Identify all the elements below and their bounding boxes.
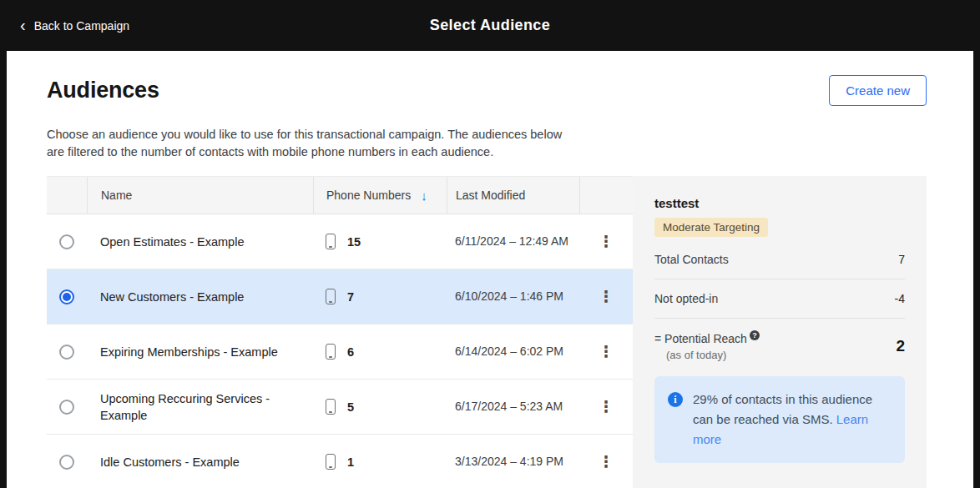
table-row[interactable]: Open Estimates - Example 15 6/11/2024 – … [47,214,633,269]
last-modified-value: 6/11/2024 – 12:49 AM [447,214,579,269]
last-modified-value: 6/14/2024 – 6:02 PM [447,324,579,379]
radio-column-header [47,177,87,214]
audience-radio[interactable] [59,234,74,249]
kebab-menu-icon[interactable]: ⋮ [592,450,621,473]
mobile-phone-icon [326,344,336,360]
audience-radio[interactable] [59,289,74,304]
name-column-label: Name [101,189,132,202]
kebab-menu-icon[interactable]: ⋮ [592,395,621,418]
phone-numbers-count: 15 [347,235,361,249]
phone-numbers-count: 5 [347,400,354,414]
table-row[interactable]: Upcoming Reccuring Services - Example 5 … [47,380,633,435]
last-modified-column-header[interactable]: Last Modified [447,177,579,214]
audiences-description: Choose an audience you would like to use… [47,126,568,161]
menu-column-header [579,177,633,214]
audience-name: Idle Customers - Example [87,435,313,488]
mobile-phone-icon [326,234,336,249]
mobile-phone-icon [326,399,336,415]
last-modified-value: 3/13/2024 – 4:19 PM [447,435,579,488]
potential-reach-value: 2 [896,337,905,355]
table-row[interactable]: Expiring Memberships - Example 6 6/14/20… [47,324,633,380]
audience-radio[interactable] [59,345,74,360]
help-icon[interactable]: ? [750,330,760,340]
table-header-row: Name Phone Numbers ↓ Last Modified [47,176,633,214]
targeting-badge: Moderate Targeting [654,218,768,237]
phone-numbers-column-header[interactable]: Phone Numbers ↓ [313,177,447,214]
not-opted-in-value: -4 [895,292,905,305]
not-opted-in-row: Not opted-in -4 [654,279,905,319]
total-contacts-row: Total Contacts 7 [654,240,905,279]
audience-radio[interactable] [59,400,74,415]
info-icon: i [668,392,683,407]
phone-numbers-count: 7 [347,290,354,304]
audience-name: Open Estimates - Example [87,214,313,269]
kebab-menu-icon[interactable]: ⋮ [592,340,621,363]
audience-name: Expiring Memberships - Example [87,324,313,379]
potential-reach-label: = Potential Reach [654,332,747,345]
kebab-menu-icon[interactable]: ⋮ [592,230,621,253]
not-opted-in-label: Not opted-in [654,292,718,305]
top-bar: ‹ Back to Campaign Select Audience [0,0,980,51]
last-modified-value: 6/17/2024 – 5:23 AM [447,380,579,434]
table-row[interactable]: Idle Customers - Example 1 3/13/2024 – 4… [47,435,633,488]
potential-reach-subtext: (as of today) [654,349,760,361]
potential-reach-row: = Potential Reach? (as of today) 2 [654,319,905,361]
audience-name-title: testtest [654,196,905,210]
table-row[interactable]: New Customers - Example 7 6/10/2024 – 1:… [47,269,633,324]
sms-reach-info-text: 29% of contacts in this audience can be … [693,390,892,450]
page-title: Select Audience [0,17,980,34]
total-contacts-value: 7 [898,253,905,266]
audience-name: Upcoming Reccuring Services - Example [87,380,313,434]
phone-numbers-count: 1 [347,455,354,469]
last-modified-column-label: Last Modified [456,189,525,202]
phone-numbers-column-label: Phone Numbers [326,189,411,202]
total-contacts-label: Total Contacts [654,253,729,266]
audience-radio[interactable] [59,455,74,470]
last-modified-value: 6/10/2024 – 1:46 PM [447,269,579,324]
sms-reach-info-box: i 29% of contacts in this audience can b… [654,376,905,463]
phone-numbers-count: 6 [347,345,354,359]
mobile-phone-icon [326,454,336,470]
mobile-phone-icon [326,289,336,304]
audience-table: Name Phone Numbers ↓ Last Modified Open … [47,176,633,488]
kebab-menu-icon[interactable]: ⋮ [592,285,621,308]
audience-detail-panel: testtest Moderate Targeting Total Contac… [633,176,927,488]
create-new-button[interactable]: Create new [829,75,927,106]
main-content: Audiences Create new Choose an audience … [7,51,973,488]
name-column-header[interactable]: Name [87,177,313,214]
sort-descending-icon[interactable]: ↓ [421,189,427,203]
audience-name: New Customers - Example [87,269,313,324]
audience-table-body: Open Estimates - Example 15 6/11/2024 – … [47,214,633,488]
audiences-heading: Audiences [47,74,159,106]
